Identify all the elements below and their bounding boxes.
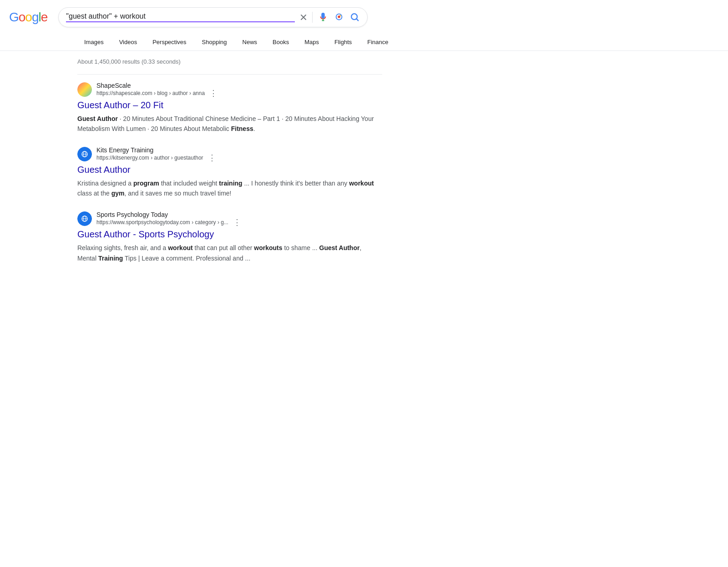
logo-o2: o <box>25 10 32 25</box>
result-snippet: Kristina designed a program that include… <box>77 178 382 198</box>
more-options-button[interactable]: ⋮ <box>206 154 218 162</box>
results-stats: About 1,450,000 results (0.33 seconds) <box>77 58 382 65</box>
results-divider <box>77 74 382 75</box>
tab-perspectives[interactable]: Perspectives <box>146 34 193 50</box>
site-url: https://shapescale.com › blog › author ›… <box>96 90 205 96</box>
search-divider <box>312 12 313 23</box>
site-details: Kits Energy Training https://kitsenergy.… <box>96 146 218 162</box>
site-name: Kits Energy Training <box>96 146 218 154</box>
site-url-row: https://shapescale.com › blog › author ›… <box>96 89 219 97</box>
site-details: ShapeScale https://shapescale.com › blog… <box>96 82 219 97</box>
site-details: Sports Psychology Today https://www.spor… <box>96 211 243 226</box>
site-url: https://kitsenergy.com › author › guesta… <box>96 155 203 161</box>
lens-icon <box>334 12 344 22</box>
image-search-button[interactable] <box>334 11 345 23</box>
voice-search-button[interactable] <box>317 11 329 23</box>
tab-news[interactable]: News <box>236 34 264 50</box>
header: Google <box>0 0 728 32</box>
favicon-shape <box>77 211 92 226</box>
result-item: Kits Energy Training https://kitsenergy.… <box>77 146 382 198</box>
result-item: ShapeScale https://shapescale.com › blog… <box>77 82 382 134</box>
search-underline <box>66 21 295 22</box>
logo-g: G <box>9 10 19 25</box>
search-submit-button[interactable] <box>350 12 360 22</box>
site-info: ShapeScale https://shapescale.com › blog… <box>77 82 382 97</box>
favicon-shape <box>77 82 92 97</box>
tab-books[interactable]: Books <box>266 34 296 50</box>
result-snippet: Guest Author · 20 Minutes About Traditio… <box>77 114 382 134</box>
site-favicon-spt <box>77 211 92 226</box>
logo-e: e <box>41 10 48 25</box>
svg-point-1 <box>340 15 341 16</box>
result-item: Sports Psychology Today https://www.spor… <box>77 211 382 263</box>
site-favicon-kits <box>77 147 92 161</box>
google-logo: Google <box>9 10 47 25</box>
globe-icon <box>81 151 88 158</box>
site-info: Sports Psychology Today https://www.spor… <box>77 211 382 226</box>
site-url: https://www.sportpsychologytoday.com › c… <box>96 219 228 226</box>
search-input-wrapper <box>66 12 295 22</box>
search-tabs: Images Videos Perspectives Shopping News… <box>0 32 728 51</box>
site-name: Sports Psychology Today <box>96 211 243 218</box>
logo-g2: g <box>32 10 39 25</box>
site-url-row: https://www.sportpsychologytoday.com › c… <box>96 218 243 226</box>
result-title[interactable]: Guest Author <box>77 164 382 176</box>
site-name: ShapeScale <box>96 82 219 89</box>
tab-finance[interactable]: Finance <box>360 34 395 50</box>
search-input[interactable] <box>66 12 295 20</box>
tab-flights[interactable]: Flights <box>328 34 359 50</box>
tab-maps[interactable]: Maps <box>298 34 326 50</box>
result-title[interactable]: Guest Author – 20 Fit <box>77 99 382 111</box>
site-info: Kits Energy Training https://kitsenergy.… <box>77 146 382 162</box>
clear-icon <box>299 13 308 21</box>
tab-shopping[interactable]: Shopping <box>195 34 234 50</box>
logo-o1: o <box>19 10 25 25</box>
search-icon <box>350 12 360 22</box>
tab-videos[interactable]: Videos <box>112 34 144 50</box>
favicon-shape <box>77 147 92 161</box>
result-snippet: Relaxing sights, fresh air, and a workou… <box>77 243 382 263</box>
more-options-button[interactable]: ⋮ <box>231 218 243 226</box>
tab-images[interactable]: Images <box>77 34 111 50</box>
globe-icon <box>81 215 88 222</box>
result-title[interactable]: Guest Author - Sports Psychology <box>77 228 382 240</box>
search-bar <box>58 7 368 27</box>
clear-button[interactable] <box>299 13 308 21</box>
results-main: About 1,450,000 results (0.33 seconds) S… <box>0 51 391 285</box>
more-options-button[interactable]: ⋮ <box>207 89 219 97</box>
microphone-icon <box>318 12 328 22</box>
site-favicon-shapescale <box>77 82 92 97</box>
site-url-row: https://kitsenergy.com › author › guesta… <box>96 154 218 162</box>
